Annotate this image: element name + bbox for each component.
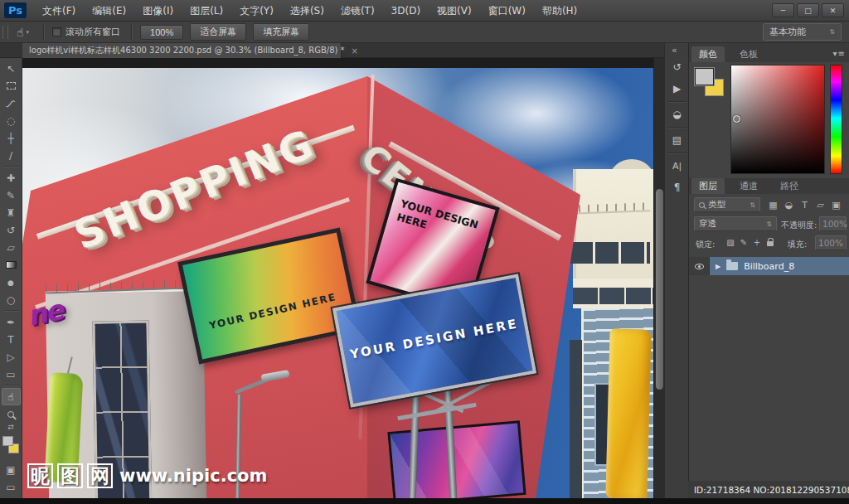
type-tool[interactable]: T: [2, 331, 21, 348]
menu-image[interactable]: 图像(I): [134, 0, 182, 22]
scroll-all-windows-checkbox[interactable]: [52, 27, 61, 36]
lock-all-icon[interactable]: [764, 235, 777, 249]
menu-3d[interactable]: 3D(D): [383, 0, 429, 22]
visibility-cell[interactable]: [689, 257, 710, 275]
filter-adjustment-icon[interactable]: ◒: [781, 197, 797, 212]
brush-icon: ✎: [7, 190, 15, 201]
color-cursor[interactable]: [733, 115, 740, 123]
menu-edit[interactable]: 编辑(E): [84, 0, 134, 22]
clone-stamp-tool[interactable]: ♜: [2, 204, 21, 221]
dock-separator: [667, 127, 686, 128]
expand-panels-icon[interactable]: «: [672, 45, 677, 56]
tool-preset-dropdown-icon[interactable]: ▾: [27, 29, 30, 36]
lock-transparency-icon[interactable]: ▨: [724, 235, 737, 249]
move-tool[interactable]: ↖: [2, 60, 21, 77]
menu-window[interactable]: 窗口(W): [480, 0, 534, 22]
healing-brush-icon: ✚: [7, 172, 15, 184]
history-panel-icon[interactable]: ↺: [665, 56, 689, 78]
blur-icon: ●: [7, 279, 14, 287]
fill-screen-button[interactable]: 填充屏幕: [253, 23, 309, 41]
menu-help[interactable]: 帮助(H): [534, 0, 585, 22]
canvas-scrollbar[interactable]: [653, 58, 664, 504]
history-brush-tool[interactable]: ↺: [2, 221, 21, 239]
menu-type[interactable]: 文字(Y): [231, 0, 282, 22]
tab-swatches[interactable]: 色板: [732, 46, 765, 62]
eyedropper-tool[interactable]: ∕: [2, 147, 21, 164]
scrollbar-thumb[interactable]: [656, 189, 663, 390]
fit-screen-button[interactable]: 适合屏幕: [190, 23, 246, 41]
lasso-tool[interactable]: ʃ: [2, 94, 21, 112]
canvas-area[interactable]: SHOPPING CENTER YOUR DESIGN HERE YOUR DE…: [22, 58, 653, 504]
minimize-button[interactable]: ─: [772, 3, 794, 17]
workspace-switcher[interactable]: 基本功能 ⇅: [763, 23, 842, 41]
bottom-clipped-strip: [0, 498, 849, 504]
screen-mode-button[interactable]: ▭: [2, 478, 21, 496]
hand-tool[interactable]: ☝: [2, 388, 21, 405]
gradient-tool[interactable]: [2, 256, 21, 274]
panel-menu-icon[interactable]: ▾≡: [833, 49, 846, 58]
hue-strip[interactable]: [830, 65, 842, 174]
layer-row[interactable]: ▶ Billboard_8: [689, 257, 849, 275]
eraser-tool[interactable]: ▱: [2, 239, 21, 256]
menu-view[interactable]: 视图(V): [429, 0, 480, 22]
search-icon: [699, 202, 705, 208]
pen-tool[interactable]: ✒: [2, 313, 21, 331]
expand-group-icon[interactable]: ▶: [716, 263, 720, 270]
foreground-color-swatch[interactable]: [2, 436, 13, 446]
selected-layer[interactable]: ▶ Billboard_8: [710, 257, 849, 275]
window-controls: ─ □ ✕: [772, 3, 844, 17]
swap-colors-icon[interactable]: ⇄: [7, 423, 14, 433]
quick-selection-tool[interactable]: ◌: [2, 112, 21, 129]
filter-smart-object-icon[interactable]: ▣: [828, 197, 844, 212]
menu-select[interactable]: 选择(S): [282, 0, 332, 22]
dodge-tool[interactable]: ○: [2, 291, 21, 308]
properties-panel-icon[interactable]: ▤: [665, 129, 689, 151]
character-panel-icon[interactable]: A|: [665, 155, 689, 177]
dodge-icon: ○: [7, 294, 15, 306]
path-selection-tool[interactable]: ▷: [2, 348, 21, 366]
maximize-button[interactable]: □: [797, 3, 819, 17]
actions-panel-icon[interactable]: ▶: [665, 78, 689, 99]
filter-shape-icon[interactable]: ▱: [813, 197, 828, 212]
document-tab[interactable]: logo样机vi样机标志样机46300 3200 2200.psd @ 30.3…: [22, 43, 342, 58]
crop-tool[interactable]: ┼: [2, 129, 21, 147]
building-window-band: [573, 288, 653, 304]
close-button[interactable]: ✕: [822, 3, 844, 17]
blend-mode-dropdown[interactable]: 穿透 ⇅: [694, 216, 777, 231]
lock-pixels-icon[interactable]: ✎: [737, 235, 750, 249]
tab-channels[interactable]: 通道: [732, 178, 765, 194]
fill-dropdown[interactable]: 100%: [815, 235, 847, 250]
tab-color[interactable]: 颜色: [691, 46, 725, 62]
options-bar: ☝ ▾ 滚动所有窗口 100% 适合屏幕 填充屏幕 基本功能 ⇅: [0, 22, 849, 43]
rectangle-tool[interactable]: ▭: [2, 366, 21, 383]
filter-type-icon[interactable]: T: [797, 197, 813, 212]
blend-mode-value: 穿透: [699, 218, 716, 230]
menu-file[interactable]: 文件(F): [34, 0, 84, 22]
foreground-color-swatch[interactable]: [695, 68, 714, 85]
filter-pixel-icon[interactable]: ▦: [765, 197, 781, 212]
menu-layer[interactable]: 图层(L): [182, 0, 231, 22]
pen-icon: ✒: [7, 317, 15, 328]
color-field[interactable]: [730, 65, 825, 174]
tab-layers[interactable]: 图层: [691, 178, 725, 194]
tab-paths[interactable]: 路径: [773, 178, 806, 194]
quick-mask-button[interactable]: ▣: [2, 461, 21, 478]
lock-position-icon[interactable]: +: [750, 235, 764, 249]
gradient-icon: [6, 261, 17, 269]
padlock-icon: [767, 241, 774, 246]
menu-filter[interactable]: 滤镜(T): [332, 0, 383, 22]
hand-tool-preset-icon[interactable]: ☝: [17, 26, 24, 39]
eyedropper-icon: ∕: [9, 150, 12, 162]
zoom-100-button[interactable]: 100%: [140, 25, 183, 40]
blur-tool[interactable]: ●: [2, 274, 21, 291]
rectangular-marquee-tool[interactable]: [2, 77, 21, 94]
paragraph-panel-icon[interactable]: ¶: [665, 177, 689, 198]
tool-separator: [3, 310, 19, 312]
zoom-tool[interactable]: [2, 405, 21, 423]
adjustments-panel-icon[interactable]: ◒: [665, 104, 689, 125]
opacity-dropdown[interactable]: 100%: [819, 216, 847, 231]
spot-healing-brush-tool[interactable]: ✚: [2, 169, 21, 187]
brush-tool[interactable]: ✎: [2, 187, 21, 204]
tab-close-icon[interactable]: ×: [352, 46, 358, 56]
layer-filter-dropdown[interactable]: 类型 ⇅: [694, 197, 760, 212]
